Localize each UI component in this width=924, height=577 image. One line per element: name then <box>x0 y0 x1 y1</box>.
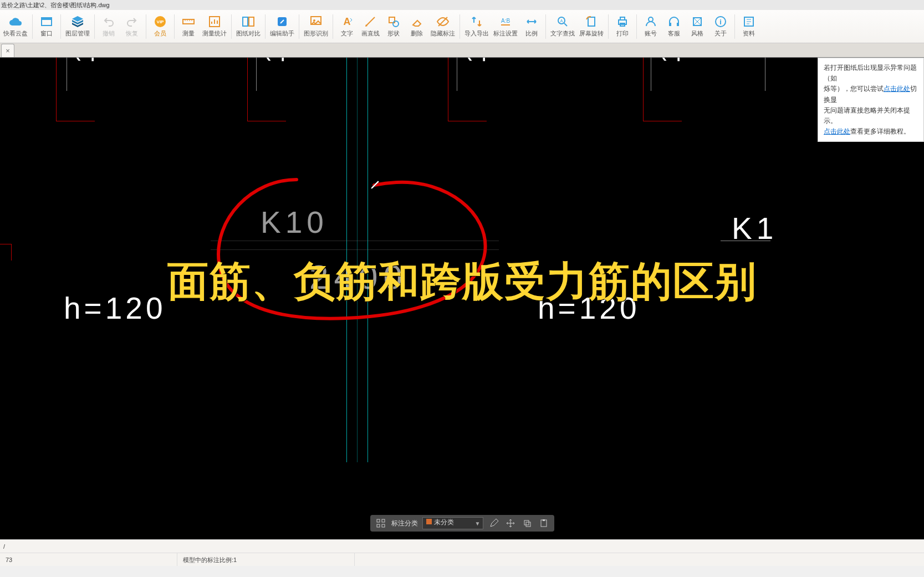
hide-annot-button[interactable]: 隐藏标注 <box>428 12 457 41</box>
chevron-down-icon: ▼ <box>475 520 481 527</box>
layers-icon <box>71 15 84 28</box>
svg-rect-6 <box>243 17 248 26</box>
white-line <box>765 58 765 91</box>
red-line <box>56 121 95 121</box>
svg-text:i: i <box>719 18 722 26</box>
title-bar: 造价之路\土建\2、宿舍楼\图纸\结构.dwg <box>0 0 924 10</box>
scale-button[interactable]: 比例 <box>520 12 543 41</box>
layer-button[interactable]: 图层管理 <box>63 12 92 41</box>
compare-button[interactable]: 图纸对比 <box>234 12 263 41</box>
hide-icon <box>436 15 450 28</box>
line-icon <box>364 15 377 28</box>
redo-button[interactable]: 恢复 <box>120 12 144 41</box>
print-button[interactable]: 打印 <box>611 12 634 41</box>
vip-icon: VIP <box>154 15 167 28</box>
svg-rect-28 <box>377 519 380 522</box>
annot-setting-icon: A:B <box>499 15 512 28</box>
svg-text:A: A <box>344 16 351 27</box>
cad-label-100: 100 <box>461 58 491 63</box>
shape-button[interactable]: 形状 <box>382 12 405 41</box>
svg-rect-23 <box>677 23 679 26</box>
undo-button[interactable]: 撤销 <box>97 12 120 41</box>
measure-button[interactable]: 测量 <box>177 12 200 41</box>
notice-link-tutorial[interactable]: 点击此处 <box>824 127 850 135</box>
info-icon: i <box>714 15 727 28</box>
measure-stats-button[interactable]: 测量统计 <box>200 12 229 41</box>
move-icon[interactable] <box>504 517 517 529</box>
drawing-canvas[interactable]: 100 100 100 100 M M M M K10 2400 h=120 h… <box>0 58 924 539</box>
cloud-button[interactable]: 快看云盘 <box>1 12 30 41</box>
svg-text:VIP: VIP <box>157 19 165 24</box>
shapes-icon <box>387 15 400 28</box>
import-export-icon <box>470 15 483 28</box>
text-search-button[interactable]: A 文字查找 <box>548 12 577 41</box>
annot-category-select[interactable]: 未分类 ▼ <box>422 517 483 529</box>
delete-button[interactable]: 删除 <box>405 12 428 41</box>
print-icon <box>616 15 629 28</box>
svg-text:A: A <box>560 19 563 23</box>
command-line[interactable]: / <box>0 539 924 553</box>
svg-point-21 <box>649 17 653 22</box>
rotate-screen-button[interactable]: 屏幕旋转 <box>577 12 606 41</box>
style-button[interactable]: 风格 <box>686 12 709 41</box>
shape-recog-button[interactable]: 图形识别 <box>302 12 330 41</box>
svg-point-13 <box>393 21 399 27</box>
copy-icon[interactable] <box>521 517 533 529</box>
svg-rect-19 <box>620 17 625 20</box>
annot-setting-button[interactable]: A:B 标注设置 <box>491 12 520 41</box>
svg-text:A:B: A:B <box>501 18 510 24</box>
redo-icon <box>125 15 139 28</box>
tab-close[interactable]: × <box>1 44 14 57</box>
import-export-button[interactable]: 导入导出 <box>462 12 491 41</box>
white-line <box>256 58 257 91</box>
style-icon <box>691 15 704 28</box>
edit-assist-button[interactable]: 编辑助手 <box>268 12 297 41</box>
red-line <box>247 121 286 121</box>
recognize-icon <box>309 15 323 28</box>
red-line <box>448 121 487 121</box>
status-bar: 73 模型中的标注比例:1 <box>0 553 924 566</box>
svg-rect-30 <box>377 524 380 527</box>
file-path: 造价之路\土建\2、宿舍楼\图纸\结构.dwg <box>1 2 110 8</box>
eraser-icon <box>410 15 423 28</box>
floating-annotation-bar: 标注分类 未分类 ▼ <box>370 515 554 532</box>
rotate-icon <box>585 15 598 28</box>
line-button[interactable]: 画直线 <box>359 12 382 41</box>
text-button[interactable]: A 文字 <box>335 12 359 41</box>
compare-icon <box>242 15 255 28</box>
svg-rect-22 <box>669 23 671 26</box>
cad-label-100: 100 <box>259 58 290 63</box>
pencil-cursor-icon <box>370 179 381 190</box>
svg-rect-35 <box>543 519 545 521</box>
annot-category-label: 标注分类 <box>391 519 418 528</box>
red-line <box>56 58 57 121</box>
main-toolbar: 快看云盘 窗口 图层管理 撤销 恢复 VIP 会员 测量 测量统计 图纸对比 编… <box>0 10 924 43</box>
stats-icon <box>208 15 221 28</box>
about-button[interactable]: i 关于 <box>709 12 732 41</box>
headset-icon <box>667 15 681 28</box>
resource-icon <box>742 15 755 28</box>
grid-icon[interactable] <box>375 517 387 529</box>
red-line <box>247 58 248 121</box>
window-button[interactable]: 窗口 <box>35 12 58 41</box>
edit-icon <box>275 15 289 28</box>
search-text-icon: A <box>556 15 569 28</box>
account-button[interactable]: 账号 <box>639 12 662 41</box>
resource-button[interactable]: 资料 <box>737 12 760 41</box>
svg-rect-1 <box>42 18 52 20</box>
notice-link-switch[interactable]: 点击此处 <box>884 85 910 93</box>
edit-annot-icon[interactable] <box>488 517 500 529</box>
vip-button[interactable]: VIP 会员 <box>149 12 172 41</box>
cad-label-100: 100 <box>655 58 686 63</box>
svg-rect-4 <box>183 19 194 24</box>
status-scale: 模型中的标注比例:1 <box>177 553 355 566</box>
white-line <box>457 58 457 91</box>
tab-bar: × <box>0 43 924 58</box>
paste-icon[interactable] <box>538 517 550 529</box>
account-icon <box>644 15 657 28</box>
overlay-title: 面筋、负筋和跨版受力筋的区别 <box>0 254 924 310</box>
service-button[interactable]: 客服 <box>662 12 686 41</box>
cad-label-100: 100 <box>69 58 100 63</box>
red-line <box>643 121 682 121</box>
white-line <box>651 58 651 91</box>
